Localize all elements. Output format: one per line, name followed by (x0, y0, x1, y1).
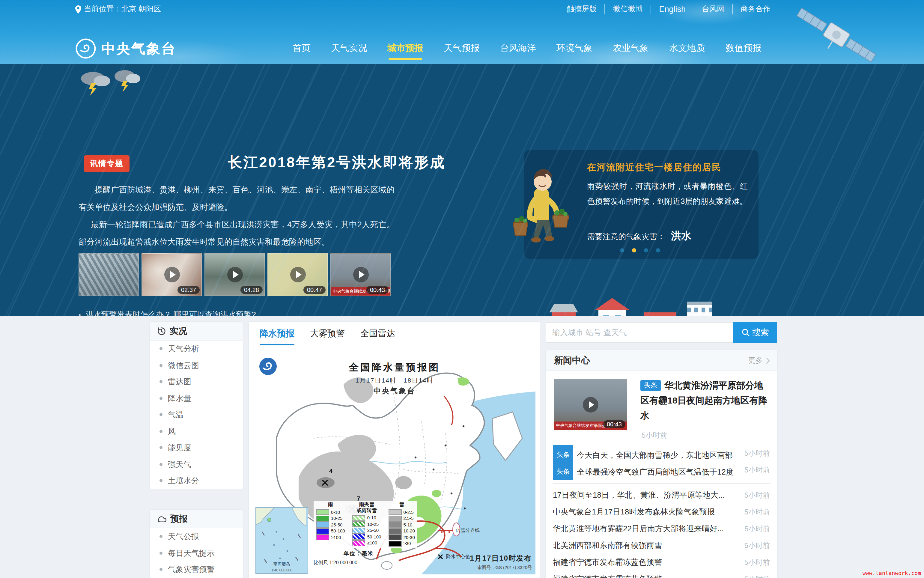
legend-swatch (352, 521, 365, 527)
sidebar-forecast-title: 预报 (170, 510, 188, 528)
nav-item-environment[interactable]: 环境气象 (557, 42, 593, 60)
sidebar-item-radar[interactable]: 雷达图 (150, 373, 243, 390)
carousel-dot[interactable] (644, 248, 648, 252)
news-row-time: 5小时前 (744, 571, 770, 578)
video-thumbnail[interactable] (78, 253, 139, 296)
sidebar-forecast-panel: 预报 天气公报 每日天气提示 气象灾害预警 面降水量预报 (150, 510, 243, 578)
hero-paragraph-1: 提醒广西防城港、贵港、柳州、来宾、百色、河池、崇左、南宁、梧州等相关区域的有关单… (78, 181, 395, 216)
sidebar-item-wind[interactable]: 风 (150, 423, 243, 440)
nav-item-live-weather[interactable]: 天气实况 (331, 42, 367, 60)
news-row-time: 5小时前 (744, 554, 770, 571)
news-row[interactable]: 福建省宁德市发布霜冻蓝色预警 5小时前 (553, 554, 770, 571)
legend-range: 50-100 (367, 534, 382, 540)
legend-range: 50-100 (331, 528, 345, 534)
sidebar-item-temperature[interactable]: 气温 (150, 406, 243, 423)
legend-swatch (388, 509, 401, 515)
play-icon (227, 267, 242, 283)
sidebar-item-severe-weather[interactable]: 强天气 (150, 456, 243, 472)
sidebar-item-precipitation[interactable]: 降水量 (150, 390, 243, 406)
top-link-business[interactable]: 商务合作 (732, 4, 778, 15)
map-tabs: 降水预报 大雾预警 全国雷达 (249, 322, 540, 345)
carousel-dot[interactable] (656, 248, 660, 252)
sidebar-item-visibility[interactable]: 能见度 (150, 440, 243, 456)
search-button[interactable]: 搜索 (733, 322, 777, 343)
news-row[interactable]: 中央气象台1月17日18时发布森林火险气象预报 5小时前 (553, 504, 770, 520)
sidebar-item-soil-moisture[interactable]: 土壤水分 (150, 472, 243, 489)
nav-item-home[interactable]: 首页 (292, 42, 310, 60)
carousel-dot-active[interactable] (632, 248, 636, 252)
current-location: 当前位置：北京 朝阳区 (75, 4, 161, 15)
site-watermark: www.lanlanwork.com (862, 570, 921, 576)
hero-title: 长江2018年第2号洪水即将形成 (228, 153, 445, 172)
sidebar-item-cloud-image[interactable]: 微信云图 (150, 357, 243, 373)
site-logo[interactable]: 中央气象台 (75, 38, 176, 59)
video-thumbnail[interactable]: 04:28 (205, 253, 265, 296)
legend-swatch (352, 540, 365, 546)
legend-range: 25-50 (331, 522, 343, 527)
sidebar-item-disaster-warning[interactable]: 气象灾害预警 (150, 561, 243, 578)
news-row[interactable]: 17日夜间至18日，华北、黄淮、汾渭平原等地大... 5小时前 (553, 487, 770, 504)
top-bar: 当前位置：北京 朝阳区 触摸屏版 微信微博 English 台风网 商务合作 (0, 3, 924, 16)
top-links: 触摸屏版 微信微博 English 台风网 商务合作 (559, 4, 778, 15)
question-link[interactable]: 洪水预警发表时怎么办？ 哪里可以查询洪水预警? (78, 306, 292, 316)
question-links: 洪水预警发表时怎么办？ 哪里可以查询洪水预警? 在雨季来临前，应当如何预防地质灾… (78, 306, 292, 316)
top-link-touch[interactable]: 触摸屏版 (559, 4, 604, 15)
news-row-title: 福建省宁德市发布霜冻蓝色预警 (553, 554, 735, 571)
play-icon (290, 267, 305, 283)
sidebar-live-panel: 实况 天气分析 微信云图 雷达图 降水量 气温 风 能见度 强天气 土壤水分 (150, 322, 243, 489)
tip-card-body: 雨势较强时，河流涨水时，或者暴雨橙色、红色预警发布的时候，到附近3层的朋友家避难… (587, 179, 748, 209)
carousel-dot[interactable] (620, 248, 624, 252)
video-strip: 02:37 04:28 00:47 中央气象台继续发布暴雨蓝色预警 00:43 (78, 253, 391, 296)
news-row[interactable]: 福建省宁德市发布霜冻蓝色预警 5小时前 (553, 571, 770, 578)
news-divider (553, 483, 770, 484)
news-row[interactable]: 华北黄淮等地有雾霾22日后南方大部将迎来晴好... 5小时前 (553, 520, 770, 537)
legend-swatch (352, 528, 365, 534)
legend-snow-column: 雪 0-2.5 2.5-5 5-10 10-20 20-30 ≥30 (388, 502, 415, 547)
tab-precip-forecast[interactable]: 降水预报 (260, 322, 294, 345)
location-text: 当前位置：北京 朝阳区 (84, 4, 161, 15)
news-more-link[interactable]: 更多 (748, 350, 769, 370)
featured-news-item[interactable]: 中央气象台继续发布暴雨蓝色预警 00:43 头条华北黄淮汾渭平原部分地区有霾18… (553, 378, 770, 440)
featured-news-text: 头条华北黄淮汾渭平原部分地区有霾18日夜间起南方地区有降水 (640, 378, 770, 423)
nav-item-city-forecast[interactable]: 城市预报 (387, 42, 423, 60)
sidebar-item-daily-tips[interactable]: 每日天气提示 (150, 545, 243, 561)
top-link-english[interactable]: English (651, 5, 693, 14)
tip-note-value: 洪水 (671, 229, 691, 243)
legend-range: 0-10 (367, 515, 376, 521)
top-link-typhoon[interactable]: 台风网 (693, 4, 732, 15)
nav-item-numerical[interactable]: 数值预报 (726, 42, 762, 60)
nav-item-forecast[interactable]: 天气预报 (444, 42, 480, 60)
sidebar-live-title: 实况 (170, 322, 187, 340)
top-link-wechat-weibo[interactable]: 微信微博 (604, 4, 651, 15)
logo-text: 中央气象台 (101, 39, 176, 58)
chevron-right-icon (763, 357, 770, 363)
sidebar-live-header: 实况 (150, 322, 243, 341)
legend-swatch (388, 534, 401, 540)
video-duration: 04:28 (240, 286, 263, 294)
tab-national-radar[interactable]: 全国雷达 (361, 322, 395, 345)
legend-rain-label: 雨 (316, 502, 345, 508)
topic-badge: 讯情专题 (84, 155, 130, 172)
sidebar-item-weather-analysis[interactable]: 天气分析 (150, 341, 243, 357)
news-row[interactable]: 头条全球最强冷空气致广西局部地区气温低于12度 5小时前 (553, 462, 770, 479)
tab-fog-warning[interactable]: 大雾预警 (310, 322, 345, 345)
legend-swatch (316, 515, 329, 521)
video-thumbnail[interactable]: 02:37 (141, 253, 202, 296)
sidebar-item-weather-bulletin[interactable]: 天气公报 (150, 528, 243, 545)
legend-range: 10-25 (331, 516, 343, 521)
legend-swatch (352, 515, 365, 521)
precip-forecast-map: 4 7 全国降水量预报图 1月17日14时—18日14时 中央气象台 雨 (253, 349, 536, 575)
news-title: 新闻中心 (554, 350, 590, 370)
news-row[interactable]: 北美洲西部和东南部有较强雨雪 5小时前 (553, 537, 770, 554)
clock-history-icon (157, 326, 166, 336)
search-input[interactable] (546, 322, 733, 343)
storm-clouds-icon (78, 68, 144, 97)
featured-news-thumbnail[interactable]: 中央气象台继续发布暴雨蓝色预警 00:43 (554, 379, 627, 430)
nav-item-typhoon-ocean[interactable]: 台风海洋 (500, 42, 536, 60)
news-row[interactable]: 头条今天白天，全国大部雨雪稀少，东北地区南部 5小时前 (553, 445, 770, 462)
nav-item-agriculture[interactable]: 农业气象 (613, 42, 649, 60)
nav-item-hydrogeology[interactable]: 水文地质 (669, 42, 705, 60)
video-thumbnail[interactable]: 00:47 (268, 253, 328, 296)
video-thumbnail[interactable]: 中央气象台继续发布暴雨蓝色预警 00:43 (330, 253, 391, 296)
tip-card-title: 在河流附近住宅一楼居住的居民 (587, 162, 721, 173)
